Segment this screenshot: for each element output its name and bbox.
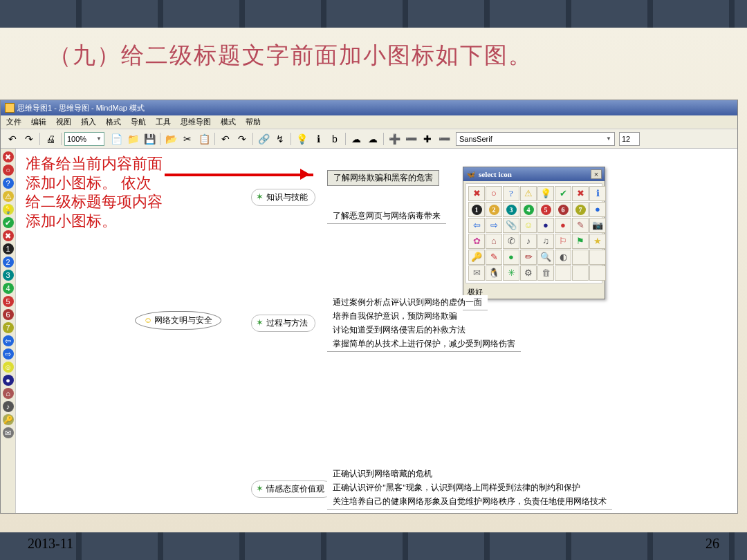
icon-choice-4[interactable]: 💡 xyxy=(537,186,554,201)
icon-choice-27[interactable]: ♪ xyxy=(520,234,537,249)
icon-choice-16[interactable]: ⇦ xyxy=(468,218,485,233)
icon-choice-20[interactable]: ● xyxy=(537,218,554,233)
icon-choice-37[interactable]: ◐ xyxy=(555,250,571,265)
menu-思维导图[interactable]: 思维导图 xyxy=(181,117,211,127)
leaf-node[interactable]: 了解网络欺骗和黑客的危害 xyxy=(327,170,439,186)
icon-choice-8[interactable]: 1 xyxy=(468,202,485,217)
sidebar-icon-11[interactable]: 5 xyxy=(3,296,14,307)
icon-choice-31[interactable]: ★ xyxy=(589,234,606,249)
icon-choice-0[interactable]: ✖ xyxy=(468,186,485,201)
sidebar-icon-7[interactable]: 1 xyxy=(3,243,14,254)
icon-choice-32[interactable]: 🔑 xyxy=(468,250,485,265)
sidebar-icon-5[interactable]: ✔ xyxy=(3,217,14,228)
toolbar-button-23[interactable]: ☁ xyxy=(349,131,364,147)
toolbar-button-27[interactable]: ➖ xyxy=(403,131,418,147)
icon-choice-29[interactable]: ⚐ xyxy=(555,234,571,249)
sidebar-icon-21[interactable]: ✉ xyxy=(3,427,14,438)
icon-choice-40[interactable]: ✉ xyxy=(468,265,485,281)
icon-choice-22[interactable]: ✎ xyxy=(572,218,589,233)
toolbar-button-17[interactable]: ↯ xyxy=(273,131,288,147)
toolbar-button-13[interactable]: ↶ xyxy=(218,131,233,147)
menu-导航[interactable]: 导航 xyxy=(131,117,146,127)
sidebar-icon-13[interactable]: 7 xyxy=(3,322,14,333)
icon-choice-2[interactable]: ? xyxy=(503,186,519,201)
menu-插入[interactable]: 插入 xyxy=(81,117,96,127)
icon-choice-34[interactable]: ● xyxy=(503,250,519,265)
icon-choice-23[interactable]: 📷 xyxy=(589,218,606,233)
toolbar-button-9[interactable]: 📂 xyxy=(163,131,178,147)
leaf-node[interactable]: 培养自我保护意识，预防网络欺骗 xyxy=(327,309,463,324)
icon-choice-30[interactable]: ⚑ xyxy=(572,234,589,249)
toolbar-button-7[interactable]: 💾 xyxy=(142,131,157,147)
menu-模式[interactable]: 模式 xyxy=(221,117,236,127)
sidebar-icon-12[interactable]: 6 xyxy=(3,309,14,320)
icon-choice-33[interactable]: ✎ xyxy=(486,250,502,265)
mindmap-canvas[interactable]: 准备给当前内容前面添加小图标。 依次给二级标题每项内容添加小图标。 网络文明与安… xyxy=(16,149,737,513)
toolbar-button-28[interactable]: ✚ xyxy=(420,131,435,147)
icon-choice-25[interactable]: ⌂ xyxy=(486,234,502,249)
icon-choice-17[interactable]: ⇨ xyxy=(486,218,502,233)
menu-工具[interactable]: 工具 xyxy=(156,117,171,127)
dialog-close-button[interactable]: × xyxy=(591,169,602,179)
icon-choice-15[interactable]: ● xyxy=(589,202,606,217)
icon-choice-19[interactable]: ☺ xyxy=(520,218,537,233)
sidebar-icon-10[interactable]: 4 xyxy=(3,283,14,294)
font-combo[interactable]: SansSerif▼ xyxy=(456,132,615,146)
leaf-node[interactable]: 正确认识评价"黑客"现象，认识到网络上同样受到法律的制约和保护 xyxy=(327,480,586,496)
sidebar-icon-14[interactable]: ⇦ xyxy=(3,335,14,346)
toolbar-button-5[interactable]: 📄 xyxy=(109,131,124,147)
icon-choice-9[interactable]: 2 xyxy=(486,202,502,217)
icon-choice-6[interactable]: ✖ xyxy=(572,186,589,201)
sidebar-icon-2[interactable]: ? xyxy=(3,178,14,189)
toolbar-button-21[interactable]: b xyxy=(327,131,342,147)
toolbar-button-29[interactable]: ➖ xyxy=(436,131,452,147)
sidebar-icon-16[interactable]: ☺ xyxy=(3,362,14,373)
sidebar-icon-6[interactable]: ✖ xyxy=(3,230,14,241)
toolbar-button-16[interactable]: 🔗 xyxy=(256,131,271,147)
root-node[interactable]: 网络文明与安全 xyxy=(135,311,221,330)
menu-文件[interactable]: 文件 xyxy=(6,117,21,127)
toolbar-button-11[interactable]: 📋 xyxy=(196,131,212,147)
icon-choice-44[interactable]: 🗑 xyxy=(537,265,554,281)
toolbar-button-10[interactable]: ✂ xyxy=(180,131,195,147)
menu-编辑[interactable]: 编辑 xyxy=(31,117,46,127)
leaf-node[interactable]: 正确认识到网络暗藏的危机 xyxy=(327,467,438,482)
toolbar-button-3[interactable]: 🖨 xyxy=(43,131,58,147)
leaf-node[interactable]: 通过案例分析点评认识到网络的虚伪一面 xyxy=(327,295,488,310)
leaf-node[interactable]: 关注培养自己的健康网络形象及自觉维护网络秩序，负责任地使用网络技术 xyxy=(327,494,612,510)
branch-node[interactable]: 知识与技能 xyxy=(251,189,315,206)
leaf-node[interactable]: 掌握简单的从技术上进行保护，减少受到网络伤害 xyxy=(327,337,521,352)
sidebar-icon-19[interactable]: ♪ xyxy=(3,401,14,412)
icon-choice-26[interactable]: ✆ xyxy=(503,234,519,249)
icon-choice-10[interactable]: 3 xyxy=(503,202,519,217)
icon-choice-7[interactable]: ℹ xyxy=(589,186,606,201)
toolbar-button-26[interactable]: ➕ xyxy=(387,131,402,147)
icon-choice-12[interactable]: 5 xyxy=(537,202,554,217)
select-icon-dialog[interactable]: 🦋 select icon × ✖○?⚠💡✔✖ℹ1234567●⇦⇨📎☺●●✎📷… xyxy=(463,167,605,299)
icon-choice-43[interactable]: ⚙ xyxy=(520,265,537,281)
icon-choice-35[interactable]: ✏ xyxy=(520,250,537,265)
sidebar-icon-9[interactable]: 3 xyxy=(3,270,14,281)
menu-格式[interactable]: 格式 xyxy=(106,117,121,127)
icon-choice-14[interactable]: 7 xyxy=(572,202,589,217)
icon-choice-41[interactable]: 🐧 xyxy=(486,265,502,281)
menu-帮助[interactable]: 帮助 xyxy=(246,117,261,127)
icon-choice-21[interactable]: ● xyxy=(555,218,571,233)
toolbar-button-6[interactable]: 📁 xyxy=(125,131,140,147)
leaf-node[interactable]: 了解恶意网页与网络病毒带来 xyxy=(327,209,446,224)
toolbar-button-24[interactable]: ☁ xyxy=(365,131,380,147)
toolbar-button-20[interactable]: ℹ xyxy=(311,131,326,147)
toolbar-button-19[interactable]: 💡 xyxy=(294,131,309,147)
dialog-titlebar[interactable]: 🦋 select icon × xyxy=(463,167,605,181)
icon-choice-11[interactable]: 4 xyxy=(520,202,537,217)
sidebar-icon-0[interactable]: ✖ xyxy=(3,151,14,162)
toolbar-button-14[interactable]: ↷ xyxy=(234,131,250,147)
icon-choice-13[interactable]: 6 xyxy=(555,202,571,217)
sidebar-icon-3[interactable]: ⚠ xyxy=(3,191,14,202)
sidebar-icon-4[interactable]: 💡 xyxy=(3,204,14,215)
sidebar-icon-15[interactable]: ⇨ xyxy=(3,348,14,360)
sidebar-icon-17[interactable]: ● xyxy=(3,375,14,386)
toolbar-button-0[interactable]: ↶ xyxy=(5,131,20,147)
font-size-combo[interactable]: 12 xyxy=(619,132,640,146)
zoom-combo[interactable]: 100%▼ xyxy=(64,132,104,146)
